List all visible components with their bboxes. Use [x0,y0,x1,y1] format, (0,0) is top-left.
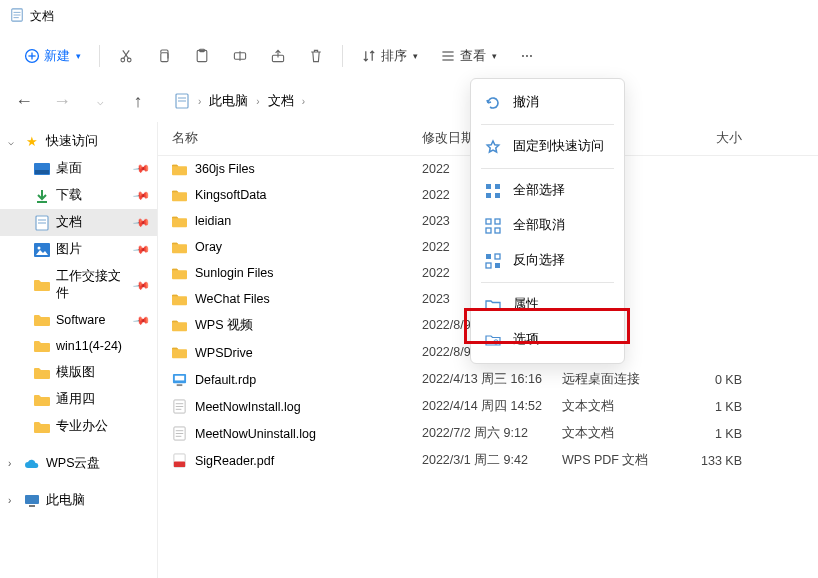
chevron-down-icon: ⌵ [8,136,18,147]
sidebar-item[interactable]: 图片📌 [0,236,157,263]
recent-dropdown-icon[interactable]: ⌵ [90,95,110,108]
ctx-label: 反向选择 [513,252,565,269]
sidebar-this-pc[interactable]: › 此电脑 [0,487,157,514]
file-type: 文本文档 [562,425,672,442]
file-row[interactable]: SigReader.pdf2022/3/1 周二 9:42WPS PDF 文档1… [158,447,818,474]
ctx-options[interactable]: 选项 [471,322,624,357]
more-button[interactable] [511,42,543,70]
item-icon [34,277,50,293]
ctx-properties[interactable]: 属性 [471,287,624,322]
sidebar-item[interactable]: 通用四 [0,386,157,413]
toolbar: 新建 ▾ 排序 ▾ 查看 ▾ [0,32,818,80]
new-button[interactable]: 新建 ▾ [16,41,89,71]
sidebar-item[interactable]: 桌面📌 [0,155,157,182]
ctx-label: 全部选择 [513,182,565,199]
separator [99,45,100,67]
file-name: WPS 视频 [195,317,253,334]
item-icon [34,338,50,354]
delete-button[interactable] [300,42,332,70]
file-row[interactable]: MeetNowUninstall.log2022/7/2 周六 9:12文本文档… [158,420,818,447]
breadcrumb[interactable]: › 此电脑 › 文档 › [174,93,305,110]
ctx-select-all[interactable]: 全部选择 [471,173,624,208]
document-icon [174,93,190,109]
file-icon [172,345,187,361]
file-name: KingsoftData [195,188,267,202]
sidebar-quick-access[interactable]: ⌵ ★ 快速访问 [0,128,157,155]
sidebar-item-label: 下载 [56,187,82,204]
sort-button[interactable]: 排序 ▾ [353,41,426,71]
document-icon [10,8,24,25]
sidebar-item-label: 此电脑 [46,492,85,509]
file-date: 2022/4/13 周三 16:16 [422,371,562,388]
copy-button[interactable] [148,42,180,70]
file-name: WeChat Files [195,292,270,306]
file-icon [172,453,187,469]
sidebar-item[interactable]: 模版图 [0,359,157,386]
file-icon [172,318,187,334]
ctx-label: 属性 [513,296,539,313]
svg-rect-52 [486,219,491,224]
file-icon [172,291,187,307]
svg-rect-54 [486,228,491,233]
sidebar-item[interactable]: 下载📌 [0,182,157,209]
file-icon [172,399,187,415]
sidebar-item[interactable]: 工作交接文件📌 [0,263,157,307]
ctx-pin-quick-access[interactable]: 固定到快速访问 [471,129,624,164]
pin-icon: 📌 [132,311,151,330]
file-icon [172,161,187,177]
rename-button[interactable] [224,42,256,70]
sidebar-item[interactable]: win11(4-24) [0,333,157,359]
breadcrumb-thispc[interactable]: 此电脑 [209,93,248,110]
sidebar-item-label: 模版图 [56,364,95,381]
back-button[interactable]: ← [14,91,34,112]
item-icon [34,392,50,408]
ctx-label: 选项 [513,331,539,348]
star-icon: ★ [24,134,40,150]
file-type: 远程桌面连接 [562,371,672,388]
svg-point-32 [38,246,41,249]
item-icon [34,161,50,177]
select-all-icon [485,183,501,199]
invert-selection-icon [485,253,501,269]
svg-rect-27 [35,170,49,174]
ctx-select-none[interactable]: 全部取消 [471,208,624,243]
cut-button[interactable] [110,42,142,70]
item-icon [34,242,50,258]
sidebar-item[interactable]: Software📌 [0,307,157,333]
sidebar-item[interactable]: 专业办公 [0,413,157,440]
file-row[interactable]: Default.rdp2022/4/13 周三 16:16远程桌面连接0 KB [158,366,818,393]
breadcrumb-docs[interactable]: 文档 [268,93,294,110]
sidebar-wps-cloud[interactable]: › WPS云盘 [0,450,157,477]
up-button[interactable]: ↑ [128,91,148,112]
file-row[interactable]: MeetNowInstall.log2022/4/14 周四 14:52文本文档… [158,393,818,420]
svg-point-60 [494,339,498,343]
select-none-icon [485,218,501,234]
chevron-right-icon: › [302,96,305,107]
forward-button[interactable]: → [52,91,72,112]
svg-point-22 [530,55,532,57]
share-button[interactable] [262,42,294,70]
svg-point-8 [127,58,131,62]
ctx-invert-selection[interactable]: 反向选择 [471,243,624,278]
svg-rect-59 [495,263,500,268]
header-name[interactable]: 名称 [172,130,422,147]
pin-icon: 📌 [132,213,151,232]
file-size: 1 KB [672,427,742,441]
svg-rect-37 [177,384,183,386]
chevron-down-icon: ▾ [492,51,497,61]
folder-gear-icon [485,332,501,348]
separator [342,45,343,67]
ctx-label: 撤消 [513,94,539,111]
view-button[interactable]: 查看 ▾ [432,41,505,71]
item-icon [34,365,50,381]
file-name: MeetNowUninstall.log [195,427,316,441]
ctx-undo[interactable]: 撤消 [471,85,624,120]
svg-rect-58 [486,263,491,268]
chevron-down-icon: ▾ [76,51,81,61]
file-name: 360js Files [195,162,255,176]
header-size[interactable]: 大小 [672,130,742,147]
paste-button[interactable] [186,42,218,70]
svg-rect-34 [29,505,35,507]
sidebar-item[interactable]: 文档📌 [0,209,157,236]
svg-rect-56 [486,254,491,259]
